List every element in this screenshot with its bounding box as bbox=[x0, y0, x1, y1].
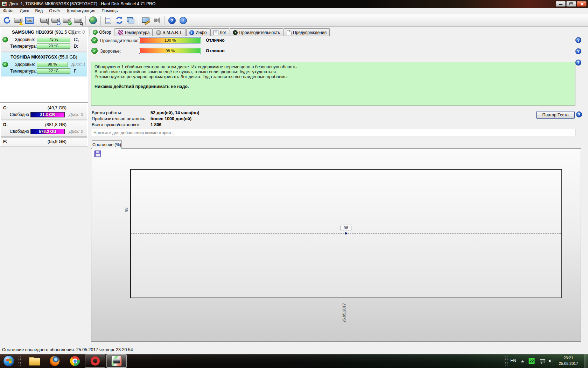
smart-icon bbox=[156, 30, 161, 35]
windows-taskbar: EN 22 23:21 25.05.2017 bbox=[0, 354, 588, 368]
message-advice: Никаких действий предпринимать не надо. bbox=[94, 84, 572, 89]
disk-number: Диск: 0 bbox=[65, 112, 83, 117]
language-indicator[interactable]: EN bbox=[510, 358, 516, 363]
comment-input[interactable] bbox=[91, 129, 575, 136]
disk-number: Диск: 0 bbox=[65, 129, 83, 134]
show-desktop-button[interactable] bbox=[584, 354, 588, 368]
retest-button[interactable]: Повтор Теста bbox=[536, 111, 575, 119]
estimated-remaining-value: более 1000 дня(ей) bbox=[150, 116, 191, 121]
tray-network-icon[interactable] bbox=[539, 358, 545, 364]
tab-warnings[interactable]: Предупреждения bbox=[284, 28, 330, 36]
taskbar-explorer-button[interactable] bbox=[25, 354, 43, 368]
health-help-icon[interactable] bbox=[575, 48, 581, 54]
sync-icon[interactable] bbox=[114, 15, 125, 26]
x-axis-tick-label: 25.05.2017 bbox=[342, 300, 346, 322]
sidebar-divider bbox=[0, 102, 88, 103]
health-bar: 98 % bbox=[139, 48, 201, 54]
disk-accept-icon[interactable] bbox=[61, 15, 72, 26]
tab-overview[interactable]: Обзор bbox=[90, 28, 114, 36]
partition-letter: C: bbox=[3, 105, 8, 110]
refresh-icon[interactable] bbox=[1, 15, 13, 26]
partition-item-d[interactable]: D: (881,8 GB) Свободно 578,3 GB Диск: 0 bbox=[1, 121, 87, 137]
free-label: Свободно bbox=[2, 129, 30, 134]
sound-icon[interactable] bbox=[151, 15, 162, 26]
partition-item-c[interactable]: C: (49,7 GB) Свободно 31,3 GB Диск: 0 bbox=[1, 104, 87, 120]
disk-item-samsung[interactable]: SAMSUNG HD103SI (931,5 GB) Диск: 0 Здоро… bbox=[1, 28, 87, 52]
menu-bar: Файл Диск Вид Отчёт Конфигурация Помощь bbox=[0, 8, 588, 14]
health-ok-icon bbox=[2, 37, 8, 42]
health-status: Отлично bbox=[206, 48, 225, 53]
window-title: Диск: 1, TOSHIBA MK6037GSX [67CFTGHCT] -… bbox=[9, 1, 155, 6]
disk-number: Диск: 1 bbox=[68, 62, 85, 67]
disk-header: SAMSUNG HD103SI (931,5 GB) Диск: 0 bbox=[2, 29, 85, 36]
tab-info[interactable]: Инфо bbox=[186, 28, 210, 36]
drive-letters: D: bbox=[70, 44, 78, 49]
menu-disk[interactable]: Диск bbox=[17, 8, 32, 14]
app-status-bar: Состояние последнего обновления: 25.05.2… bbox=[0, 345, 588, 354]
health-label: Здоровье: bbox=[100, 49, 121, 54]
health-ok-icon bbox=[2, 62, 8, 67]
sidebar-empty-area bbox=[0, 146, 88, 345]
drive-letters: F: bbox=[70, 69, 78, 74]
menu-configuration[interactable]: Конфигурация bbox=[64, 8, 99, 14]
status-chart-panel: 98 98 25.05.2017 bbox=[91, 148, 581, 342]
taskbar-opera-button[interactable] bbox=[85, 354, 105, 368]
hidden-icons-arrow[interactable] bbox=[521, 360, 524, 362]
help-icon[interactable]: ? bbox=[166, 15, 177, 26]
disk-size: (55,9 GB) bbox=[58, 55, 77, 60]
message-help-icon[interactable] bbox=[575, 60, 581, 66]
tray-date: 25.05.2017 bbox=[557, 361, 580, 366]
start-button[interactable] bbox=[3, 355, 14, 367]
menu-help[interactable]: Помощь bbox=[98, 8, 121, 14]
info-icon[interactable]: i bbox=[177, 15, 189, 26]
maximize-button[interactable] bbox=[566, 1, 576, 7]
status-plot: 98 bbox=[130, 169, 562, 298]
temp-label: Температура: bbox=[10, 69, 37, 74]
menu-report[interactable]: Отчёт bbox=[46, 8, 64, 14]
gauge-icon bbox=[233, 30, 238, 35]
test-monitor-icon[interactable] bbox=[140, 15, 151, 26]
close-button[interactable] bbox=[577, 1, 587, 7]
save-chart-icon[interactable] bbox=[94, 150, 101, 157]
text-description-box: Обнаружено 1 сбойных сектора на этом дис… bbox=[91, 62, 575, 106]
taskbar-hdsentinel-button[interactable] bbox=[106, 354, 127, 368]
report-icon[interactable] bbox=[103, 15, 114, 26]
disk-search-icon[interactable] bbox=[72, 15, 84, 26]
retest-help-icon[interactable] bbox=[576, 111, 582, 117]
tray-clock[interactable]: 23:21 25.05.2017 bbox=[557, 355, 580, 366]
hdsentinel-icon bbox=[111, 356, 122, 366]
performance-ok-icon bbox=[91, 37, 98, 43]
disk-clock-icon[interactable] bbox=[50, 15, 61, 26]
toolbar: ? i bbox=[0, 14, 588, 27]
tray-volume-icon[interactable] bbox=[548, 358, 555, 364]
status-chart-tab[interactable]: Состояние (%) bbox=[92, 140, 122, 149]
drive-letters: C:, bbox=[70, 37, 79, 42]
health-bar: 73 % bbox=[37, 37, 70, 42]
y-axis-tick-label: 98 bbox=[124, 207, 128, 212]
message-line: В этой точке гарантийная замена ещё не н… bbox=[94, 69, 572, 74]
taskbar-chrome-button[interactable] bbox=[66, 354, 84, 368]
page-icon bbox=[287, 30, 292, 35]
performance-help-icon[interactable] bbox=[575, 37, 581, 43]
disk-detect-icon[interactable] bbox=[24, 15, 35, 26]
disk-item-toshiba-selected[interactable]: TOSHIBA MK6037GSX (55,9 GB) Здоровье: 98… bbox=[1, 53, 87, 76]
tab-smart[interactable]: S.M.A.R.T. bbox=[153, 28, 186, 36]
tab-temperature[interactable]: Температура bbox=[115, 28, 153, 36]
network-icon[interactable] bbox=[125, 15, 136, 26]
tray-temperature-badge[interactable]: 22 bbox=[528, 358, 535, 364]
app-icon bbox=[2, 1, 7, 7]
tab-performance[interactable]: Производительность bbox=[230, 28, 283, 36]
performance-bar: 100 % bbox=[139, 37, 201, 43]
menu-file[interactable]: Файл bbox=[0, 8, 17, 14]
tab-log[interactable]: Лог bbox=[210, 28, 230, 36]
taskbar-firefox-button[interactable] bbox=[46, 354, 64, 368]
menu-view[interactable]: Вид bbox=[32, 8, 46, 14]
minimize-button[interactable] bbox=[556, 1, 566, 7]
web-icon[interactable] bbox=[88, 15, 99, 26]
health-label: Здоровье: bbox=[10, 62, 37, 67]
health-label: Здоровье: bbox=[10, 37, 37, 42]
quick-launch-grip bbox=[18, 356, 21, 366]
disk-warning-icon[interactable] bbox=[13, 15, 24, 26]
data-point-label: 98 bbox=[341, 225, 351, 231]
disk-sound-icon[interactable] bbox=[39, 15, 50, 26]
